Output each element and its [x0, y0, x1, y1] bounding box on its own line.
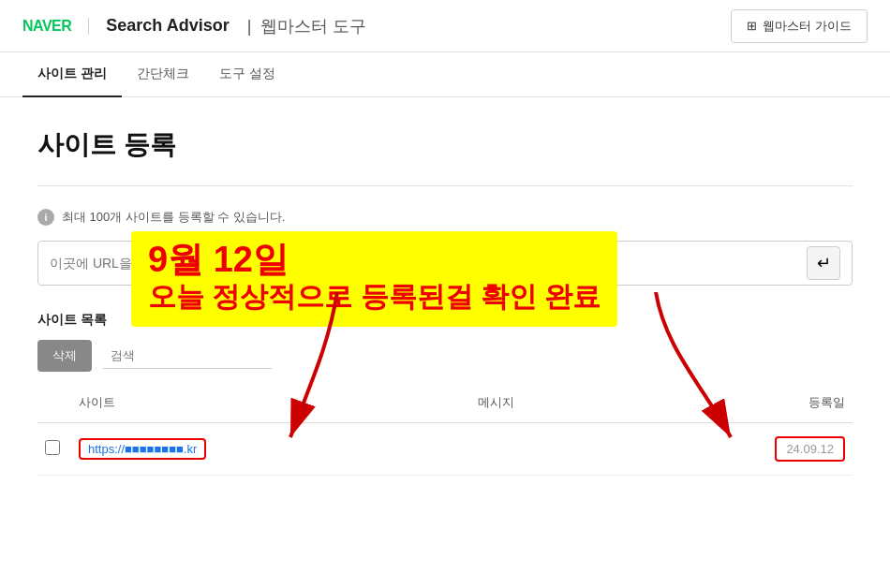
tab-quick-check[interactable]: 간단체크 [122, 52, 204, 97]
guide-icon: ⊞ [747, 19, 757, 33]
th-message: 메시지 [470, 383, 615, 423]
webmaster-guide-button[interactable]: ⊞ 웹마스터 가이드 [731, 9, 868, 43]
main-content: 사이트 등록 i 최대 100개 사이트를 등록할 수 있습니다. ↵ 9월 1… [0, 97, 890, 506]
delete-button[interactable]: 삭제 [37, 340, 92, 372]
notice-text: 최대 100개 사이트를 등록할 수 있습니다. [62, 209, 285, 226]
notice-icon: i [37, 209, 54, 226]
header-divider [88, 18, 89, 35]
site-url-box: https://■■■■■■■■.kr [79, 438, 206, 460]
site-table: 사이트 메시지 등록일 https://■■■■■■■■.kr [37, 383, 853, 476]
table-row: https://■■■■■■■■.kr 24.09.12 [37, 423, 853, 476]
date-box: 24.09.12 [775, 436, 845, 462]
site-url-link[interactable]: https://■■■■■■■■.kr [88, 442, 197, 456]
tab-site-management[interactable]: 사이트 관리 [22, 52, 122, 97]
row-checkbox-cell [37, 423, 71, 476]
url-input-row: ↵ [37, 241, 853, 286]
tab-tool-settings[interactable]: 도구 설정 [204, 52, 290, 97]
row-date-cell: 24.09.12 [615, 423, 853, 476]
submit-icon: ↵ [817, 253, 831, 273]
search-input[interactable] [103, 343, 272, 369]
app-title: Search Advisor [106, 16, 229, 36]
url-input-section: ↵ 9월 12일 오늘 정상적으로 등록된걸 확인 완료 [37, 241, 853, 286]
th-date: 등록일 [615, 383, 853, 423]
page-title: 사이트 등록 [37, 127, 853, 163]
nav-tabs: 사이트 관리 간단체크 도구 설정 [0, 52, 890, 97]
naver-logo: NAVER [22, 18, 71, 35]
th-checkbox [37, 383, 71, 423]
table-header-row: 사이트 메시지 등록일 [37, 383, 853, 423]
site-list-section-title: 사이트 목록 [37, 312, 853, 329]
url-input[interactable] [50, 256, 807, 271]
header-left: NAVER Search Advisor | 웹마스터 도구 [22, 15, 366, 37]
row-site-cell: https://■■■■■■■■.kr [71, 423, 470, 476]
notice-bar: i 최대 100개 사이트를 등록할 수 있습니다. [37, 209, 853, 226]
th-site: 사이트 [71, 383, 470, 423]
header: NAVER Search Advisor | 웹마스터 도구 ⊞ 웹마스터 가이… [0, 0, 890, 52]
app-subtitle: | 웹마스터 도구 [243, 15, 367, 37]
section-divider [37, 185, 853, 186]
row-checkbox[interactable] [45, 440, 60, 455]
site-list-toolbar: 삭제 [37, 340, 853, 372]
main-inner: 사이트 등록 i 최대 100개 사이트를 등록할 수 있습니다. ↵ 9월 1… [37, 127, 853, 476]
row-message-cell [470, 423, 615, 476]
url-submit-button[interactable]: ↵ [807, 246, 840, 280]
guide-btn-label: 웹마스터 가이드 [763, 18, 852, 35]
